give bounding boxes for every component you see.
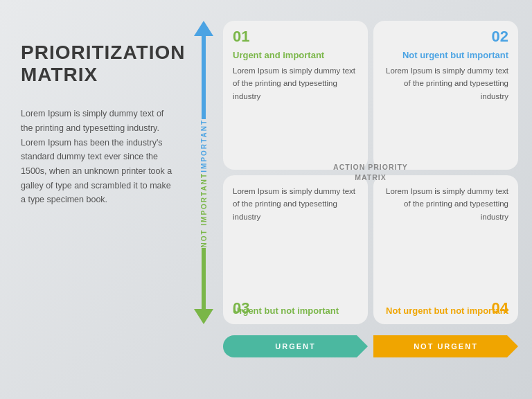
- arrow-up-icon: [194, 21, 213, 36]
- bottom-arrows: URGENT NOT URGENT: [223, 330, 518, 364]
- q1-category: Urgent and important: [233, 50, 358, 60]
- q4-body: Lorem Ipsum is simply dummy text of the …: [383, 185, 508, 223]
- not-urgent-label: NOT URGENT: [414, 342, 478, 351]
- q3-category: Urgent but not important: [233, 301, 358, 316]
- blue-shaft: [202, 36, 206, 119]
- not-urgent-arrow: NOT URGENT: [373, 335, 518, 357]
- important-label: IMPORTANT: [200, 119, 208, 172]
- not-important-section: NOT IMPORTANT: [194, 172, 213, 324]
- q3-body: Lorem Ipsum is simply dummy text of the …: [233, 185, 358, 223]
- quadrant-urgent-important: 01 Urgent and important Lorem Ipsum is s…: [223, 21, 368, 170]
- q2-body: Lorem Ipsum is simply dummy text of the …: [383, 64, 508, 103]
- important-section: IMPORTANT: [194, 21, 213, 172]
- q4-number: 04: [492, 299, 508, 317]
- quadrant-grid: 01 Urgent and important Lorem Ipsum is s…: [223, 21, 518, 324]
- urgent-arrow: URGENT: [223, 335, 368, 357]
- arrow-down-icon: [194, 309, 213, 324]
- quadrant-not-urgent-not-important: Lorem Ipsum is simply dummy text of the …: [373, 175, 518, 324]
- urgent-label: URGENT: [275, 342, 315, 351]
- main-title: PRIORITIZATION MATRIX: [21, 42, 173, 86]
- left-panel: PRIORITIZATION MATRIX Lorem Ipsum is sim…: [21, 42, 173, 207]
- quadrant-not-urgent-important: 02 Not urgent but important Lorem Ipsum …: [373, 21, 518, 170]
- green-shaft: [202, 248, 206, 309]
- q2-number: 02: [492, 28, 508, 46]
- not-important-label: NOT IMPORTANT: [200, 172, 208, 248]
- title-line2: MATRIX: [21, 64, 173, 86]
- q1-number: 01: [233, 28, 249, 46]
- title-line1: PRIORITIZATION: [21, 42, 173, 64]
- q1-body: Lorem Ipsum is simply dummy text of the …: [233, 64, 358, 103]
- description-text: Lorem Ipsum is simply dummy text of the …: [21, 107, 173, 206]
- q2-category: Not urgent but important: [383, 50, 508, 60]
- q3-number: 03: [233, 299, 249, 317]
- matrix-area: IMPORTANT NOT IMPORTANT 01 Urgent and im…: [194, 21, 518, 364]
- quadrant-urgent-not-important: Lorem Ipsum is simply dummy text of the …: [223, 175, 368, 324]
- q4-category: Not urgent but not important: [383, 301, 508, 316]
- v-axis-arrow: IMPORTANT NOT IMPORTANT: [194, 21, 213, 324]
